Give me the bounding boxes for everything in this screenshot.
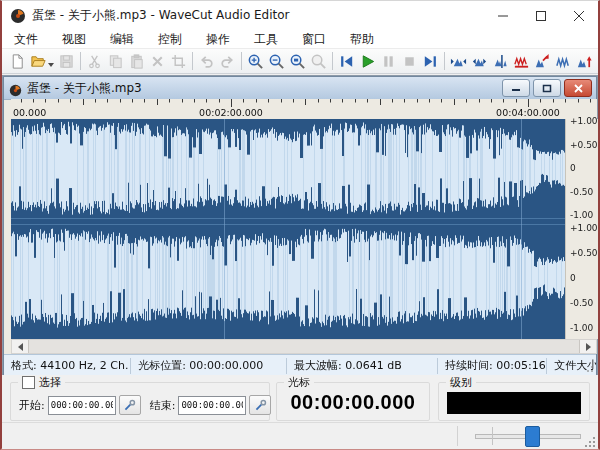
bottom-statusbar xyxy=(2,422,598,449)
play-button[interactable] xyxy=(357,50,378,72)
app-icon xyxy=(10,8,26,24)
scroll-right-arrow[interactable] xyxy=(580,340,596,353)
copy-button xyxy=(105,50,126,72)
document-title: 蛋堡 - 关于小熊.mp3 xyxy=(27,80,142,97)
document-titlebar: 蛋堡 - 关于小熊.mp3 xyxy=(4,77,596,100)
expand-selection-button[interactable] xyxy=(469,50,490,72)
end-pick-button[interactable] xyxy=(249,395,271,415)
cursor-group: 光标 00:00:00.000 xyxy=(276,382,430,421)
scale-label-ch1-1: +0.50 xyxy=(570,140,598,150)
toolbar-separator xyxy=(192,52,193,70)
scale-label-ch1-0: +1.00 xyxy=(570,116,598,126)
zoom-out-button[interactable] xyxy=(266,50,287,72)
amplitude-scale: +1.00+0.500-0.50-1.00+1.00+0.500-0.50-1.… xyxy=(565,119,598,339)
selection-checkbox[interactable] xyxy=(22,376,35,389)
selection-group: 选择 开始: 结束: xyxy=(10,382,270,421)
ruler-label-0: 00.000 xyxy=(13,107,46,118)
remove-silence-button[interactable] xyxy=(511,50,532,72)
zoom-full-button[interactable] xyxy=(287,50,308,72)
insert-silence-button[interactable] xyxy=(553,50,574,72)
scale-label-ch2-2: 0 xyxy=(570,273,576,283)
document-icon xyxy=(9,82,22,95)
undo-button xyxy=(196,50,217,72)
menu-item-4[interactable]: 操作 xyxy=(194,30,242,48)
save-file-button xyxy=(56,50,77,72)
redo-button xyxy=(217,50,238,72)
open-file-button[interactable] xyxy=(28,50,49,72)
zoom-selection-button xyxy=(308,50,329,72)
scroll-thumb[interactable] xyxy=(28,340,580,353)
toolbar xyxy=(2,49,598,74)
open-file-dropdown-caret[interactable] xyxy=(48,63,54,67)
minimize-button[interactable] xyxy=(484,1,522,30)
resize-grip[interactable] xyxy=(583,435,596,448)
window-title: 蛋堡 - 关于小熊.mp3 - WaveCut Audio Editor xyxy=(32,7,290,24)
go-start-button[interactable] xyxy=(336,50,357,72)
statusbar-divider xyxy=(457,426,458,446)
append-audio-button[interactable] xyxy=(532,50,553,72)
paste-button xyxy=(126,50,147,72)
titlebar: 蛋堡 - 关于小熊.mp3 - WaveCut Audio Editor xyxy=(2,1,598,30)
zoom-slider-tick xyxy=(492,427,493,445)
level-label: 级别 xyxy=(450,375,472,390)
add-marker-button[interactable] xyxy=(574,50,595,72)
split-button[interactable] xyxy=(490,50,511,72)
menu-item-7[interactable]: 帮助 xyxy=(338,30,386,48)
menu-item-2[interactable]: 编辑 xyxy=(98,30,146,48)
end-label: 结束: xyxy=(150,398,176,413)
menu-item-0[interactable]: 文件 xyxy=(2,30,50,48)
menu-item-3[interactable]: 控制 xyxy=(146,30,194,48)
statusbar-grip xyxy=(586,365,594,373)
scale-label-ch2-4: -1.00 xyxy=(570,323,593,333)
start-time-input[interactable] xyxy=(48,396,116,415)
waveform-display[interactable] xyxy=(11,119,565,339)
close-button[interactable] xyxy=(560,1,598,30)
status-section-2: 最大波幅: 0.0641 dB xyxy=(287,358,438,374)
status-section-0: 格式: 44100 Hz, 2 Ch. xyxy=(4,358,131,374)
ruler-label-2: 00:04:00.000 xyxy=(496,107,560,118)
waveform-hscrollbar[interactable] xyxy=(11,339,597,354)
pause-button xyxy=(378,50,399,72)
selection-label: 选择 xyxy=(39,375,61,390)
trim-to-selection-button[interactable] xyxy=(448,50,469,72)
cursor-time-display: 00:00:00.000 xyxy=(277,391,429,414)
document-window: 蛋堡 - 关于小熊.mp3 00.00000:02:00.00000:04:00… xyxy=(3,76,597,375)
start-pick-button[interactable] xyxy=(119,395,141,415)
menu-item-6[interactable]: 窗口 xyxy=(290,30,338,48)
app-window: 蛋堡 - 关于小熊.mp3 - WaveCut Audio Editor 文件视… xyxy=(0,0,600,450)
waveform-canvas[interactable] xyxy=(11,119,565,339)
level-meter xyxy=(447,392,581,414)
toolbar-separator xyxy=(444,52,445,70)
status-section-3: 持续时间: 00:05:16.997 xyxy=(438,358,547,374)
scale-label-ch1-2: 0 xyxy=(570,163,576,173)
zoom-in-button[interactable] xyxy=(245,50,266,72)
menu-item-5[interactable]: 工具 xyxy=(242,30,290,48)
level-group: 级别 xyxy=(438,382,590,421)
maximize-button[interactable] xyxy=(522,1,560,30)
document-minimize-button[interactable] xyxy=(502,79,530,97)
new-file-button[interactable] xyxy=(7,50,28,72)
document-close-button[interactable] xyxy=(564,79,592,97)
status-section-1: 光标位置: 00:00:00.000 xyxy=(131,358,287,374)
document-restore-button[interactable] xyxy=(533,79,561,97)
stop-button xyxy=(399,50,420,72)
cursor-label: 光标 xyxy=(288,375,310,390)
scale-label-ch2-0: +1.00 xyxy=(570,223,598,233)
trim-button xyxy=(168,50,189,72)
cut-button xyxy=(84,50,105,72)
scale-label-ch1-3: -0.50 xyxy=(570,187,593,197)
go-end-button[interactable] xyxy=(420,50,441,72)
toolbar-separator xyxy=(241,52,242,70)
scale-label-ch2-1: +0.50 xyxy=(570,248,598,258)
menubar: 文件视图编辑控制操作工具窗口帮助 xyxy=(2,30,598,49)
zoom-slider-thumb[interactable] xyxy=(525,426,540,447)
scroll-left-arrow[interactable] xyxy=(12,340,28,353)
ruler-label-1: 00:02:00.000 xyxy=(199,107,263,118)
menu-item-1[interactable]: 视图 xyxy=(50,30,98,48)
timeline-ruler[interactable]: 00.00000:02:00.00000:04:00.000 xyxy=(11,99,597,119)
mdi-area: 蛋堡 - 关于小熊.mp3 00.00000:02:00.00000:04:00… xyxy=(2,75,598,375)
toolbar-separator xyxy=(332,52,333,70)
end-time-input[interactable] xyxy=(178,396,246,415)
control-panel: 选择 开始: 结束: 光标 00:00:00.000 级别 xyxy=(2,375,598,422)
start-label: 开始: xyxy=(19,398,45,413)
